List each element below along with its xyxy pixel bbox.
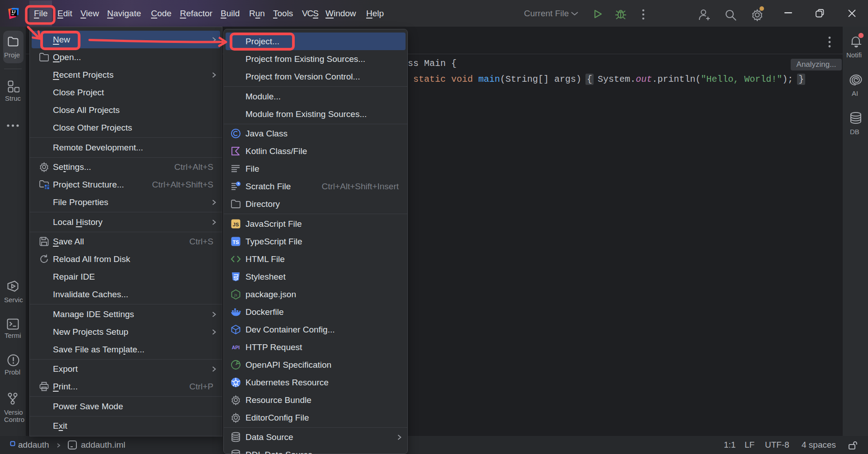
svg-text:API: API — [232, 345, 240, 350]
svg-text:JS: JS — [233, 221, 239, 227]
svg-text:TS: TS — [232, 239, 239, 244]
svg-text:js: js — [234, 292, 237, 297]
